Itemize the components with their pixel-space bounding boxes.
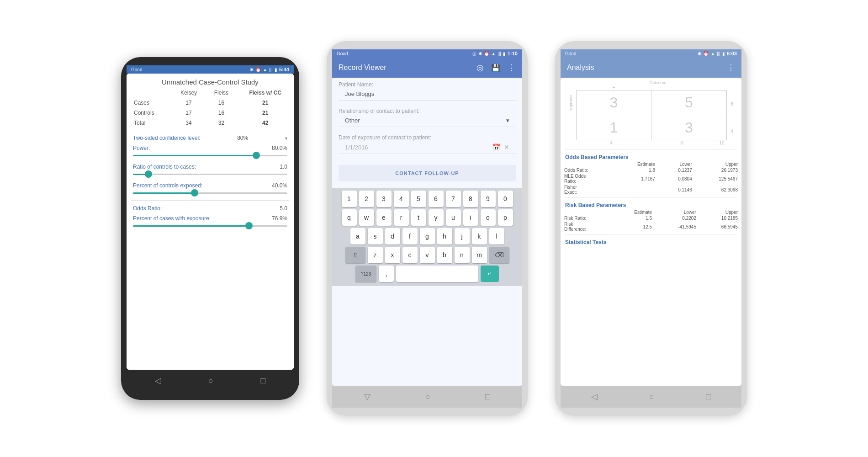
table-row: FisherExact: 0.1146 62.3068 [561,184,741,195]
field-value-name[interactable]: Joe Bloggs [339,89,516,101]
battery-icon-1: ▮ [275,67,277,72]
key-e[interactable]: e [376,209,392,226]
key-nums[interactable]: ?123 [355,266,376,282]
key-w[interactable]: w [359,209,374,226]
key-enter[interactable]: ↵ [481,266,499,282]
contact-followup-button[interactable]: CONTACT FOLLOW-UP [339,165,516,181]
key-6[interactable]: 6 [429,191,444,207]
key-5[interactable]: 5 [411,191,426,207]
dropdown-arrow-icon[interactable]: ▾ [285,136,287,141]
nav-recents-2[interactable]: □ [485,392,490,402]
field-value-relationship[interactable]: Other ▾ [339,115,516,127]
nav-recents-3[interactable]: □ [706,392,711,402]
more-icon-2[interactable]: ⋮ [508,63,516,73]
nav-home-1[interactable]: ○ [208,376,213,386]
slider-controls-thumb[interactable] [191,189,198,197]
key-a[interactable]: a [350,228,365,244]
key-y[interactable]: y [429,209,444,226]
key-p[interactable]: p [498,209,513,226]
param-confidence: Two-sided confidence level: 80% ▾ [127,132,294,142]
save-icon[interactable]: 💾 [491,64,500,72]
key-comma[interactable]: , [379,266,394,282]
key-8[interactable]: 8 [463,191,478,207]
risk-table: Estimate Lower Upper Risk Ratio: 1.5 0.2… [561,209,741,232]
row-labels: + - [570,90,572,145]
row-cases-fleisscc: 21 [237,98,294,108]
key-i[interactable]: i [463,209,478,226]
table-row: Cases 17 16 21 [127,98,294,108]
risk-row1-upper: 66.5945 [700,221,741,232]
bottom-totals: 4 8 12 [576,140,727,145]
slider-power[interactable] [127,152,294,161]
slider-cases[interactable] [127,223,294,231]
key-t[interactable]: t [411,209,426,226]
key-o[interactable]: o [481,209,496,226]
key-k[interactable]: k [472,228,487,244]
key-4[interactable]: 4 [394,191,409,207]
calendar-icon[interactable]: 📅 [492,143,500,151]
bottom-nav-1: ◁ ○ □ [127,370,294,392]
key-3[interactable]: 3 [376,191,392,207]
key-space[interactable] [396,266,478,282]
slider-cases-thumb[interactable] [245,222,253,229]
signal-icon-2: ||| [498,51,501,56]
nav-back-2[interactable]: ▽ [364,392,370,402]
param-confidence-value: 80% [237,135,248,141]
slider-controls[interactable] [127,190,294,198]
slider-ratio-thumb[interactable] [145,170,152,178]
more-icon-3[interactable]: ⋮ [727,63,735,73]
clear-date-icon[interactable]: ✕ [504,143,509,151]
field-date-row[interactable]: 1/1/2016 📅 ✕ [339,142,516,154]
param-cases-label: Percent of cases with exposure: [133,215,211,222]
key-g[interactable]: g [420,228,435,244]
keyboard-row-z: ⇧ z x c v b n m ⌫ [334,247,520,263]
key-n[interactable]: n [455,247,470,263]
nav-home-2[interactable]: ○ [425,392,430,402]
key-shift[interactable]: ⇧ [345,247,365,263]
record-viewer-content: Patient Name: Joe Bloggs Relationship of… [332,78,522,386]
key-b[interactable]: b [437,247,452,263]
row-controls-fleiss: 16 [206,108,237,118]
table-row: Controls 17 16 21 [127,108,294,118]
nav-recents-1[interactable]: □ [260,376,265,386]
key-1[interactable]: 1 [342,191,357,207]
slider-ratio[interactable] [127,171,294,180]
col-plus: + [576,85,651,90]
key-h[interactable]: h [437,228,452,244]
key-v[interactable]: v [420,247,435,263]
col-minus: - [651,85,727,90]
nav-back-1[interactable]: ◁ [155,376,161,386]
nav-home-3[interactable]: ○ [649,392,654,402]
slider-power-track [133,155,287,156]
key-d[interactable]: d [385,228,400,244]
slider-power-fill [133,155,256,156]
odds-row0-est: 1.8 [615,167,659,173]
key-m[interactable]: m [472,247,487,263]
key-c[interactable]: c [402,247,418,263]
key-9[interactable]: 9 [481,191,496,207]
key-backspace[interactable]: ⌫ [489,247,509,263]
slider-controls-fill [133,192,195,194]
odds-row2-upper: 62.3068 [696,184,741,195]
row-total-kelsey: 34 [172,118,206,128]
key-2[interactable]: 2 [359,191,374,207]
key-r[interactable]: r [394,209,409,226]
analysis-content: Outcome + - Exposure [561,78,741,386]
slider-power-thumb[interactable] [253,152,260,159]
key-f[interactable]: f [402,228,418,244]
key-z[interactable]: z [368,247,383,263]
key-s[interactable]: s [368,228,383,244]
signal-icon-3: ||| [717,51,720,56]
slider-ratio-track [133,174,287,175]
param-controls-value: 40.0% [272,182,287,189]
target-icon[interactable]: ◎ [476,63,484,73]
key-l[interactable]: l [489,228,504,244]
study-title: Unmatched Case-Control Study [127,74,294,88]
key-x[interactable]: x [385,247,400,263]
key-j[interactable]: j [455,228,470,244]
nav-back-3[interactable]: ◁ [591,392,598,402]
key-0[interactable]: 0 [498,191,513,207]
key-u[interactable]: u [446,209,461,226]
key-7[interactable]: 7 [446,191,461,207]
key-q[interactable]: q [342,209,357,226]
